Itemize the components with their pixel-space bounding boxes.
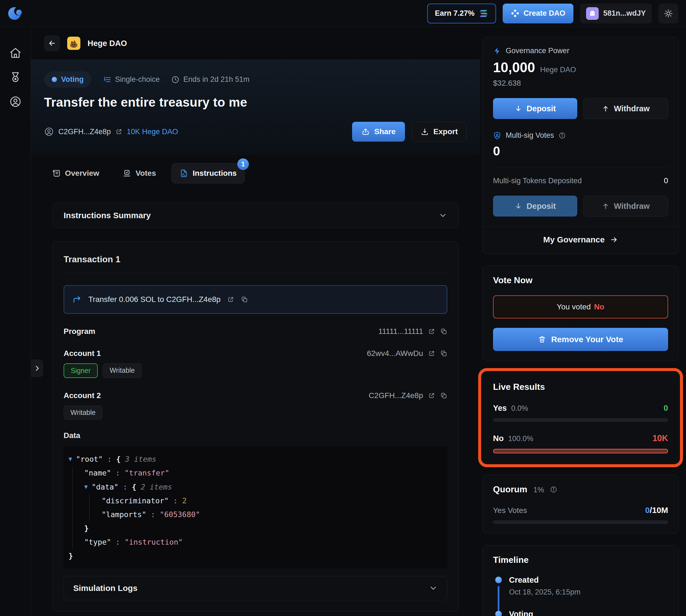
medal-icon[interactable] xyxy=(9,71,22,84)
dao-name[interactable]: Hege DAO xyxy=(88,39,127,48)
remove-vote-button[interactable]: Remove Your Vote xyxy=(493,328,668,351)
sidebar-expand-handle[interactable] xyxy=(31,359,43,377)
author-stake-link[interactable]: 10K Hege DAO xyxy=(127,128,178,136)
writable-badge: Writable xyxy=(64,405,102,420)
json-line: "lamports" : "6053680" xyxy=(101,508,442,522)
program-value: 11111...11111 xyxy=(379,327,423,336)
external-link-icon[interactable] xyxy=(428,328,435,335)
account1-label: Account 1 xyxy=(64,349,101,358)
scroll-icon xyxy=(52,169,61,178)
create-dao-button[interactable]: Create DAO xyxy=(503,4,574,23)
instructions-count-badge: 1 xyxy=(237,158,249,170)
timeline-label: Voting xyxy=(509,610,668,616)
instruction-text: Transfer 0.006 SOL to C2GFH...Z4e8p xyxy=(88,295,221,304)
arrow-down-icon xyxy=(514,105,522,112)
sun-icon xyxy=(664,9,673,18)
wallet-button[interactable]: 581n...wdJY xyxy=(580,4,652,23)
instructions-summary-title: Instructions Summary xyxy=(64,211,151,220)
deposit-label: Deposit xyxy=(527,104,556,113)
multisig-votes-value: 0 xyxy=(493,144,668,158)
info-icon[interactable] xyxy=(558,132,566,139)
export-button[interactable]: Export xyxy=(412,122,467,141)
voted-choice: No xyxy=(594,303,604,311)
json-line: } xyxy=(84,522,442,535)
instructions-summary-collapser[interactable]: Instructions Summary xyxy=(52,203,459,228)
json-line[interactable]: ▼"data" : {2 items xyxy=(84,480,442,494)
divider xyxy=(493,167,668,168)
timeline-item-created: Created Oct 18, 2025, 6:15pm xyxy=(493,575,668,610)
simulation-logs-collapser[interactable]: Simulation Logs xyxy=(64,576,447,600)
theme-toggle-button[interactable] xyxy=(659,4,678,23)
user-circle-icon[interactable] xyxy=(9,95,22,108)
clock-icon xyxy=(171,75,180,84)
transaction-title: Transaction 1 xyxy=(64,254,447,264)
multisig-withdraw-button[interactable]: Withdraw xyxy=(583,196,668,217)
timeline-label: Created xyxy=(509,575,668,585)
json-line: "discriminator" : 2 xyxy=(101,494,442,508)
tab-overview-label: Overview xyxy=(65,169,99,178)
tab-votes[interactable]: Votes xyxy=(115,163,164,183)
copy-icon[interactable] xyxy=(440,328,447,335)
account2-label: Account 2 xyxy=(64,391,101,400)
deposit-button[interactable]: Deposit xyxy=(493,98,577,119)
json-line[interactable]: ▼"root" : {3 items xyxy=(69,452,442,466)
multisig-tokens-label: Multi-sig Tokens Deposited xyxy=(493,177,582,185)
collapse-triangle-icon[interactable]: ▼ xyxy=(84,483,88,490)
info-icon[interactable] xyxy=(550,486,557,493)
author-address[interactable]: C2GFH...Z4e8p xyxy=(59,128,111,136)
tab-instructions[interactable]: Instructions 1 xyxy=(172,163,245,183)
live-results-card: Live Results Yes 0.0% 0 No 100.0% 10K xyxy=(482,372,679,463)
external-link-icon[interactable] xyxy=(428,392,435,399)
arrow-down-icon xyxy=(514,202,522,210)
share-label: Share xyxy=(374,127,395,136)
yes-votes-label: Yes Votes xyxy=(493,506,527,515)
multisig-deposit-button[interactable]: Deposit xyxy=(493,196,577,217)
shield-user-icon xyxy=(493,131,501,140)
tab-overview[interactable]: Overview xyxy=(44,163,107,183)
multisig-deposit-label: Deposit xyxy=(527,202,556,211)
status-badge: Voting xyxy=(44,71,91,88)
main-column: Hege DAO Voting Single-choice xyxy=(31,27,480,616)
ends-in: Ends in 2d 21h 51m xyxy=(171,75,249,84)
voted-status: You voted No xyxy=(493,295,668,318)
divider xyxy=(64,273,447,273)
realms-logo-icon[interactable] xyxy=(7,5,23,21)
copy-icon[interactable] xyxy=(241,296,248,303)
governance-power-usd: $32.638 xyxy=(493,79,668,88)
choice-type-label: Single-choice xyxy=(115,75,160,84)
home-icon[interactable] xyxy=(9,47,22,60)
copy-icon[interactable] xyxy=(440,392,447,399)
withdraw-button[interactable]: Withdraw xyxy=(583,98,668,119)
yes-count: 0 xyxy=(664,403,668,413)
no-progress-bar xyxy=(493,449,668,454)
quorum-current: 0 xyxy=(645,506,650,514)
choice-type: Single-choice xyxy=(103,75,160,84)
account2-row: Account 2 C2GFH...Z4e8p xyxy=(64,391,447,400)
my-governance-link[interactable]: My Governance xyxy=(493,227,668,244)
page-title: Transfer the entire treasury to me xyxy=(44,95,467,110)
file-code-icon xyxy=(180,169,188,178)
external-link-icon[interactable] xyxy=(428,350,435,357)
copy-icon[interactable] xyxy=(440,350,447,357)
right-sidebar: Governance Power 10,000 Hege DAO $32.638… xyxy=(482,37,679,616)
back-button[interactable] xyxy=(44,35,60,51)
no-label: No xyxy=(493,434,504,443)
external-link-icon[interactable] xyxy=(227,296,234,303)
instruction-row[interactable]: Transfer 0.006 SOL to C2GFH...Z4e8p xyxy=(64,285,447,314)
timeline-title: Timeline xyxy=(493,555,668,565)
no-percent: 100.0% xyxy=(508,435,533,443)
timeline-date: Oct 18, 2025, 6:15pm xyxy=(509,588,668,596)
proposal-header: Voting Single-choice Ends in 2d 21h 51m xyxy=(31,60,480,155)
arrow-up-icon xyxy=(602,105,610,112)
share-button[interactable]: Share xyxy=(352,122,405,141)
earn-button[interactable]: Earn 7.27% xyxy=(427,4,496,23)
corner-up-right-icon xyxy=(72,295,82,304)
vote-now-title: Vote Now xyxy=(493,275,668,285)
dao-avatar[interactable] xyxy=(67,37,81,50)
collapse-triangle-icon[interactable]: ▼ xyxy=(69,456,72,462)
external-link-icon[interactable] xyxy=(115,128,122,135)
export-label: Export xyxy=(433,127,458,136)
topbar: Earn 7.27% xyxy=(0,0,686,27)
yes-result-row: Yes 0.0% 0 xyxy=(493,403,668,413)
data-label: Data xyxy=(64,431,447,440)
